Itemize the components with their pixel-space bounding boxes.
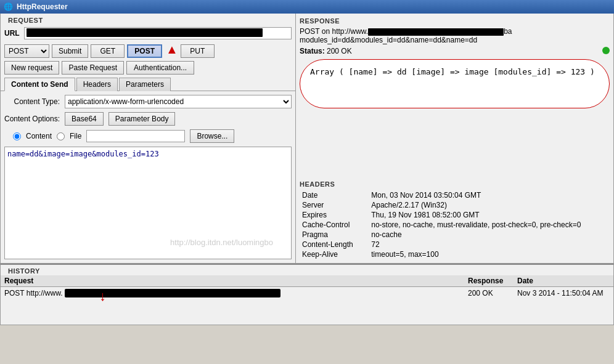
history-post-prefix: POST http://www. (4, 289, 62, 297)
header-value: 72 (369, 240, 610, 249)
url-input[interactable] (24, 27, 292, 39)
submit-button[interactable]: Submit (52, 44, 88, 58)
base64-button[interactable]: Base64 (65, 112, 104, 126)
content-type-label: Content Type: (4, 97, 60, 106)
header-value: no-cache (369, 230, 610, 240)
headers-section: Headers DateMon, 03 Nov 2014 03:50:04 GM… (300, 180, 610, 259)
content-radio-label: Content (26, 132, 52, 140)
history-header-row: Request Response Date (1, 275, 613, 287)
paste-request-button[interactable]: Paste Request (62, 61, 124, 75)
new-request-button[interactable]: New request (4, 61, 59, 75)
table-row[interactable]: POST http://www. ↓ 200 OK Nov 3 2014 - 1… (1, 287, 613, 299)
header-value: timeout=5, max=100 (369, 249, 610, 259)
post-arrow: ▲ (166, 42, 178, 57)
header-value: no-store, no-cache, must-revalidate, pos… (369, 220, 610, 230)
method-action-row: POST GET PUT DELETE Submit GET POST ▲ PU… (1, 42, 295, 60)
response-url-params: modules_id=dd&modules_id=dd&name=dd&name… (300, 36, 477, 44)
title-bar: 🌐 HttpRequester (0, 0, 614, 14)
app-icon: 🌐 (4, 2, 13, 11)
response-section-label: Response (300, 17, 610, 25)
history-col-response-label: Response (468, 277, 517, 285)
post-button[interactable]: POST (127, 44, 162, 58)
header-value: Mon, 03 Nov 2014 03:50:04 GMT (369, 190, 610, 200)
get-button[interactable]: GET (91, 44, 125, 58)
history-panel: History Request Response Date POST http:… (0, 264, 614, 325)
history-arrow: ↓ (99, 288, 106, 304)
header-key: Keep-Alive (300, 249, 369, 259)
status-label: Status: (300, 47, 325, 55)
response-body-text: Array ( [name] => dd [image] => image [m… (310, 67, 595, 76)
header-row: Cache-Controlno-store, no-cache, must-re… (300, 220, 610, 230)
history-date-cell: Nov 3 2014 - 11:50:04 AM (517, 289, 610, 297)
header-row: ExpiresThu, 19 Nov 1981 08:52:00 GMT (300, 210, 610, 220)
history-section-label: History (4, 265, 44, 276)
history-url-redacted (65, 289, 280, 297)
tab-content-to-send[interactable]: Content to Send (4, 78, 75, 91)
history-col-date-label: Date (517, 277, 610, 285)
tabs-row: Content to Send Headers Parameters (1, 77, 295, 91)
history-date-value: Nov 3 2014 - 11:50:04 AM (517, 289, 603, 297)
history-request-cell: POST http://www. (4, 289, 468, 297)
browse-button[interactable]: Browse... (190, 129, 234, 143)
url-row: URL (1, 25, 295, 42)
left-panel: Request URL POST GET PUT DELETE Submit G… (0, 14, 296, 264)
history-col-request-label: Request (4, 277, 468, 285)
put-button[interactable]: PUT (181, 44, 215, 58)
header-key: Cache-Control (300, 220, 369, 230)
utility-buttons-row: New request Paste Request Authentication… (1, 60, 295, 76)
content-panel: Content Type: application/x-www-form-url… (1, 91, 295, 263)
file-radio-label: File (70, 132, 81, 140)
status-value: 200 OK (327, 47, 352, 55)
content-radio[interactable] (13, 132, 21, 140)
content-options-label: Content Options: (4, 115, 60, 123)
headers-section-label: Headers (300, 180, 610, 188)
tab-headers[interactable]: Headers (76, 78, 118, 91)
content-file-row: Content File Browse... (4, 129, 292, 143)
history-response-value: 200 OK (468, 289, 493, 297)
header-value: Thu, 19 Nov 1981 08:52:00 GMT (369, 210, 610, 220)
header-row: ServerApache/2.2.17 (Win32) (300, 200, 610, 210)
right-panel: Response POST on http://www.ba modules_i… (296, 14, 614, 264)
file-path-input[interactable] (86, 130, 185, 142)
response-post-prefix: POST on http://www. (300, 27, 368, 36)
header-key: Pragma (300, 230, 369, 240)
header-key: Date (300, 190, 369, 200)
authentication-button[interactable]: Authentication... (126, 61, 194, 75)
status-row: Status: 200 OK (300, 47, 610, 55)
content-options-row: Content Options: Base64 Parameter Body (4, 112, 292, 126)
url-label: URL (4, 29, 22, 38)
history-response-cell: 200 OK (468, 289, 517, 297)
response-url-redacted (368, 28, 504, 36)
parameter-body-button[interactable]: Parameter Body (108, 112, 176, 126)
header-row: Content-Length72 (300, 240, 610, 249)
header-key: Server (300, 200, 369, 210)
file-radio[interactable] (57, 132, 65, 140)
header-key: Content-Length (300, 240, 369, 249)
header-value: Apache/2.2.17 (Win32) (369, 200, 610, 210)
tab-parameters[interactable]: Parameters (119, 78, 171, 91)
header-key: Expires (300, 210, 369, 220)
header-row: Pragmano-cache (300, 230, 610, 240)
content-type-row: Content Type: application/x-www-form-url… (4, 95, 292, 108)
header-row: DateMon, 03 Nov 2014 03:50:04 GMT (300, 190, 610, 200)
response-url: POST on http://www.ba modules_id=dd&modu… (300, 27, 610, 44)
request-section-label: Request (4, 14, 47, 25)
method-select[interactable]: POST GET PUT DELETE (4, 44, 49, 58)
content-type-select[interactable]: application/x-www-form-urlencoded applic… (65, 95, 292, 108)
app-title: HttpRequester (17, 2, 68, 11)
response-body: Array ( [name] => dd [image] => image [m… (300, 59, 610, 108)
status-indicator (602, 47, 610, 54)
body-textarea[interactable]: name=dd&image=image&modules_id=123 (4, 147, 292, 259)
headers-table: DateMon, 03 Nov 2014 03:50:04 GMTServerA… (300, 190, 610, 259)
header-row: Keep-Alivetimeout=5, max=100 (300, 249, 610, 259)
